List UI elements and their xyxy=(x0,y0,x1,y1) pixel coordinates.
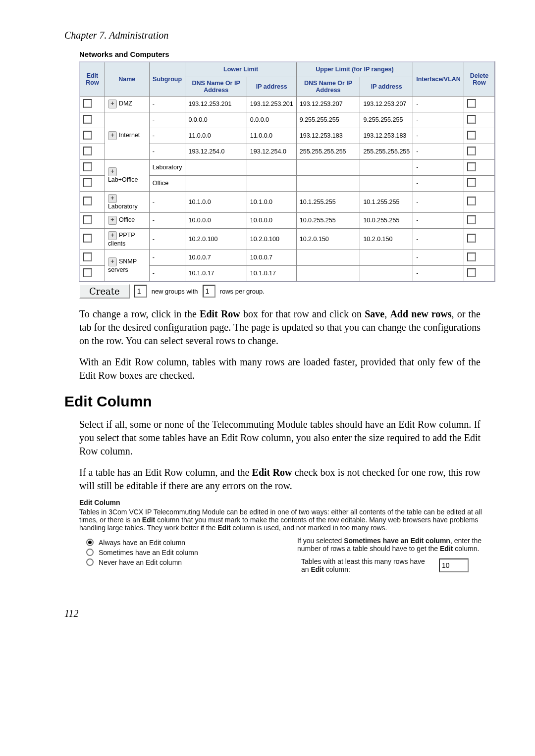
networks-section-title: Networks and Computers xyxy=(79,50,495,58)
cell-lower-ip: 0.0.0.0 xyxy=(247,112,296,128)
cell-name: DMZ xyxy=(119,100,132,107)
cell-lower-dns xyxy=(185,159,247,175)
radio-icon xyxy=(86,539,94,546)
cell-upper-dns xyxy=(296,159,360,175)
radio-icon xyxy=(86,549,94,556)
cell-name: Office xyxy=(119,216,135,223)
cell-subgroup: - xyxy=(149,228,185,250)
create-row: Create new groups with rows per group. xyxy=(79,284,495,299)
cell-upper-dns: 193.12.253.207 xyxy=(296,96,360,112)
cell-upper-ip: 10.0.255.255 xyxy=(360,212,413,228)
edit-checkbox[interactable] xyxy=(83,197,92,205)
delete-checkbox[interactable] xyxy=(467,115,476,124)
cell-upper-ip: 9.255.255.255 xyxy=(360,112,413,128)
radio-always[interactable]: Always have an Edit column xyxy=(79,539,287,547)
table-row: +Office - 10.0.0.0 10.0.0.0 10.0.255.255… xyxy=(80,212,495,228)
edit-column-heading: Edit Column xyxy=(64,393,495,410)
expand-icon[interactable]: + xyxy=(108,216,117,225)
page-number: 112 xyxy=(64,608,495,619)
radio-never[interactable]: Never have an Edit column xyxy=(79,558,287,566)
edit-checkbox[interactable] xyxy=(83,252,92,261)
edit-checkbox[interactable] xyxy=(83,268,92,277)
cell-upper-ip xyxy=(360,175,413,191)
cell-lower-dns: 193.12.253.201 xyxy=(185,96,247,112)
th-upper-ip: IP address xyxy=(360,77,413,96)
th-edit-row: Edit Row xyxy=(80,62,105,96)
rows-threshold-input[interactable] xyxy=(439,558,469,572)
expand-icon[interactable]: + xyxy=(108,257,117,266)
cell-iface: - xyxy=(413,128,464,144)
edit-checkbox[interactable] xyxy=(83,162,92,171)
delete-checkbox[interactable] xyxy=(467,162,476,171)
th-subgroup: Subgroup xyxy=(149,62,185,96)
radio-label: Always have an Edit column xyxy=(99,539,185,547)
cell-lower-dns xyxy=(185,175,247,191)
expand-icon[interactable]: + xyxy=(108,167,117,176)
th-lower-limit: Lower Limit xyxy=(185,62,296,77)
cell-lower-ip: 10.0.0.7 xyxy=(247,250,296,265)
edit-checkbox[interactable] xyxy=(83,234,92,243)
delete-checkbox[interactable] xyxy=(467,197,476,205)
rows-per-group-input[interactable] xyxy=(203,285,215,298)
cell-subgroup: - xyxy=(149,265,185,282)
cell-name: Internet xyxy=(119,132,140,139)
create-text-1: new groups with xyxy=(152,288,198,295)
create-text-2: rows per group. xyxy=(220,288,265,295)
cell-upper-ip: 10.2.0.150 xyxy=(360,228,413,250)
cell-subgroup: - xyxy=(149,112,185,128)
cell-lower-dns: 193.12.254.0 xyxy=(185,144,247,159)
expand-icon[interactable]: + xyxy=(108,231,117,240)
edit-checkbox[interactable] xyxy=(83,147,92,155)
cell-upper-ip xyxy=(360,159,413,175)
edit-column-title: Edit Column xyxy=(79,499,495,506)
table-row: +Lab+Office Laboratory - xyxy=(80,159,495,175)
cell-lower-dns: 0.0.0.0 xyxy=(185,112,247,128)
edit-checkbox[interactable] xyxy=(83,131,92,140)
radio-sometimes[interactable]: Sometimes have an Edit column xyxy=(79,549,287,556)
delete-checkbox[interactable] xyxy=(467,178,476,187)
cell-iface: - xyxy=(413,144,464,159)
create-button[interactable]: Create xyxy=(79,284,130,299)
cell-iface: - xyxy=(413,191,464,212)
cell-upper-ip xyxy=(360,250,413,265)
edit-column-right-text: If you selected Sometimes have an Edit c… xyxy=(297,537,495,553)
table-row: +Laboratory - 10.1.0.0 10.1.0.0 10.1.255… xyxy=(80,191,495,212)
th-delete-row: Delete Row xyxy=(464,62,495,96)
chapter-title: Chapter 7. Administration xyxy=(64,30,495,41)
edit-checkbox[interactable] xyxy=(83,215,92,224)
delete-checkbox[interactable] xyxy=(467,99,476,108)
cell-iface: - xyxy=(413,175,464,191)
edit-checkbox[interactable] xyxy=(83,115,92,124)
cell-upper-ip: 10.1.255.255 xyxy=(360,191,413,212)
table-row: +Internet - 0.0.0.0 0.0.0.0 9.255.255.25… xyxy=(80,112,495,128)
cell-lower-dns: 10.1.0.0 xyxy=(185,191,247,212)
cell-upper-dns xyxy=(296,250,360,265)
delete-checkbox[interactable] xyxy=(467,131,476,140)
cell-upper-ip: 193.12.253.183 xyxy=(360,128,413,144)
groups-count-input[interactable] xyxy=(134,285,147,298)
expand-icon[interactable]: + xyxy=(108,100,117,108)
cell-lower-ip: 10.0.0.0 xyxy=(247,212,296,228)
rows-threshold-label: Tables with at least this many rows have… xyxy=(301,557,430,573)
cell-iface: - xyxy=(413,112,464,128)
th-iface: Interface/VLAN xyxy=(413,62,464,96)
cell-lower-ip: 11.0.0.0 xyxy=(247,128,296,144)
edit-checkbox[interactable] xyxy=(83,99,92,108)
cell-lower-dns: 10.2.0.100 xyxy=(185,228,247,250)
edit-checkbox[interactable] xyxy=(83,178,92,187)
delete-checkbox[interactable] xyxy=(467,234,476,243)
th-name: Name xyxy=(105,62,149,96)
cell-lower-dns: 10.1.0.17 xyxy=(185,265,247,282)
delete-checkbox[interactable] xyxy=(467,215,476,224)
radio-icon xyxy=(86,558,94,566)
cell-upper-dns: 10.2.0.150 xyxy=(296,228,360,250)
cell-iface: - xyxy=(413,228,464,250)
delete-checkbox[interactable] xyxy=(467,147,476,155)
edit-column-desc: Tables in 3Com VCX IP Telecommuting Modu… xyxy=(79,508,495,532)
delete-checkbox[interactable] xyxy=(467,252,476,261)
paragraph-3: Select if all, some or none of the Telec… xyxy=(79,418,481,458)
expand-icon[interactable]: + xyxy=(108,194,117,203)
paragraph-1: To change a row, click in the Edit Row b… xyxy=(79,307,481,348)
delete-checkbox[interactable] xyxy=(467,268,476,277)
expand-icon[interactable]: + xyxy=(108,131,117,140)
